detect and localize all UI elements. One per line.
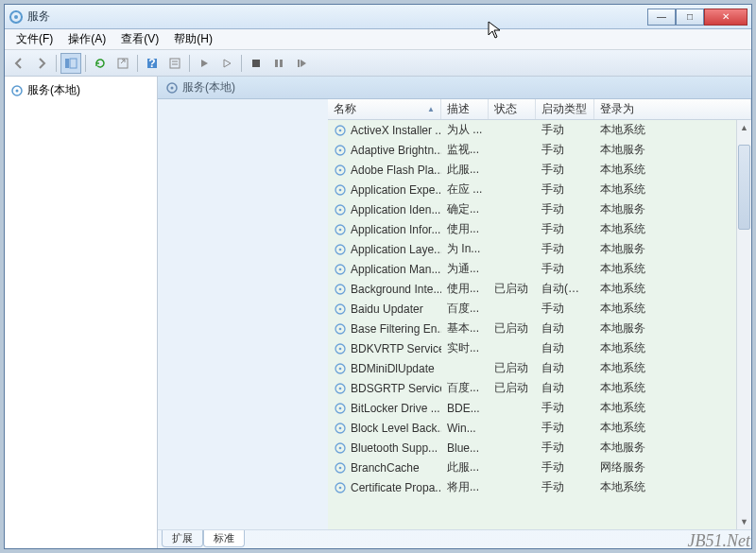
svg-point-35 [339,287,342,290]
cell-description: 为 In... [441,241,489,257]
gear-icon [334,481,347,494]
scroll-thumb[interactable] [738,145,750,230]
column-header-description[interactable]: 描述 [441,99,489,119]
close-button[interactable]: ✕ [704,9,747,26]
vertical-scrollbar[interactable]: ▲ ▼ [736,120,751,529]
maximize-button[interactable]: □ [676,9,704,26]
resume-service-button[interactable] [216,53,237,74]
cell-logon: 本地系统 [594,400,679,416]
restart-service-button[interactable] [291,53,312,74]
gear-icon [165,81,179,95]
service-row[interactable]: BDSGRTP Service百度...已启动自动本地系统 [328,378,736,398]
service-row[interactable]: Baidu Updater百度...手动本地系统 [328,299,736,319]
window-title: 服务 [27,9,647,25]
show-hide-tree-button[interactable] [60,53,81,74]
list-body[interactable]: ActiveX Installer ...为从 ...手动本地系统Adaptiv… [328,120,751,529]
sort-asc-icon: ▲ [427,105,435,113]
cell-description: 此服... [441,162,489,178]
cell-startup: 自动 [536,380,594,396]
menu-help[interactable]: 帮助(H) [166,29,220,49]
column-header-name[interactable]: 名称▲ [328,99,441,119]
tab-standard[interactable]: 标准 [203,530,245,547]
service-row[interactable]: BranchCache此服...手动网络服务 [328,458,736,477]
menubar: 文件(F) 操作(A) 查看(V) 帮助(H) [5,29,751,50]
stop-service-button[interactable] [246,53,266,74]
properties-button[interactable] [164,53,185,74]
service-row[interactable]: BDMiniDlUpdate已启动自动本地系统 [328,358,736,378]
gear-icon [334,402,347,415]
service-row[interactable]: Application Man...为通...手动本地系统 [328,259,736,279]
service-row[interactable]: Adaptive Brightn...监视...手动本地服务 [328,140,736,160]
cell-description: 百度... [441,301,489,317]
gear-icon [334,302,347,316]
gear-icon [334,243,347,256]
svg-point-17 [171,86,174,89]
cell-status: 已启动 [489,380,536,396]
column-header-startup[interactable]: 启动类型 [536,99,594,119]
column-header-status[interactable]: 状态 [489,99,536,119]
tab-extended[interactable]: 扩展 [162,530,203,547]
gear-icon [334,263,347,276]
menu-file[interactable]: 文件(F) [9,29,60,49]
cell-name: Adaptive Brightn... [328,144,441,157]
cell-startup: 手动 [536,261,594,277]
cell-logon: 本地系统 [594,261,679,277]
service-row[interactable]: Adobe Flash Pla...此服...手动本地系统 [328,160,736,180]
right-pane: 服务(本地) 名称▲ 描述 状态 启动类型 登录为 ActiveX Instal… [158,77,751,548]
gear-icon [334,164,347,177]
svg-rect-10 [252,60,260,67]
pause-service-button[interactable] [268,53,289,74]
back-button[interactable] [9,53,29,74]
gear-icon [334,342,347,355]
menu-action[interactable]: 操作(A) [60,29,113,49]
service-row[interactable]: ActiveX Installer ...为从 ...手动本地系统 [328,120,736,140]
menu-view[interactable]: 查看(V) [113,29,166,49]
cell-startup: 手动 [536,479,594,495]
svg-point-23 [339,168,342,171]
refresh-button[interactable] [90,53,111,74]
service-row[interactable]: Bluetooth Supp...Blue...手动本地服务 [328,438,736,458]
gear-icon [334,203,347,216]
view-tabs: 扩展 标准 [158,529,751,548]
svg-rect-3 [70,59,77,68]
gear-icon [10,84,24,97]
service-row[interactable]: Base Filtering En...基本...已启动自动本地服务 [328,319,736,338]
service-row[interactable]: Application Laye...为 In...手动本地服务 [328,239,736,259]
svg-text:?: ? [148,57,155,70]
cell-logon: 本地服务 [594,142,679,158]
start-service-button[interactable] [194,53,215,74]
cell-startup: 手动 [536,181,594,198]
tree-root-services[interactable]: 服务(本地) [9,80,153,100]
service-row[interactable]: Application Infor...使用...手动本地系统 [328,219,736,239]
service-row[interactable]: BitLocker Drive ...BDE...手动本地系统 [328,398,736,418]
minimize-button[interactable]: — [647,9,676,26]
service-row[interactable]: BDKVRTP Service实时...自动本地系统 [328,338,736,358]
help-button[interactable]: ? [142,53,163,74]
svg-point-19 [339,129,342,131]
cell-description: 将用... [441,479,489,495]
scroll-down-arrow[interactable]: ▼ [737,514,751,529]
cell-logon: 本地服务 [594,241,679,257]
left-tree-pane[interactable]: 服务(本地) [5,77,158,548]
service-row[interactable]: Application Iden...确定...手动本地服务 [328,199,736,219]
titlebar[interactable]: 服务 — □ ✕ [5,5,751,29]
cell-name: Block Level Back... [328,422,441,435]
svg-point-55 [339,486,342,489]
service-row[interactable]: Background Inte...使用...已启动自动(延迟...本地系统 [328,279,736,299]
cell-name: Base Filtering En... [328,322,441,336]
cell-status: 已启动 [489,320,536,337]
gear-icon [334,461,347,475]
cell-logon: 本地系统 [594,281,679,297]
services-window: 服务 — □ ✕ 文件(F) 操作(A) 查看(V) 帮助(H) ? [4,4,752,549]
svg-point-1 [14,15,18,19]
service-row[interactable]: Application Expe...在应 ...手动本地系统 [328,180,736,199]
service-row[interactable]: Certificate Propa...将用...手动本地系统 [328,477,736,497]
gear-icon [334,283,347,296]
scroll-up-arrow[interactable]: ▲ [737,120,751,135]
toolbar-separator [137,55,138,72]
column-header-logon[interactable]: 登录为 [594,99,751,119]
forward-button[interactable] [31,53,52,74]
svg-point-37 [339,307,342,310]
export-list-button[interactable] [112,53,133,74]
service-row[interactable]: Block Level Back...Win...手动本地系统 [328,418,736,438]
